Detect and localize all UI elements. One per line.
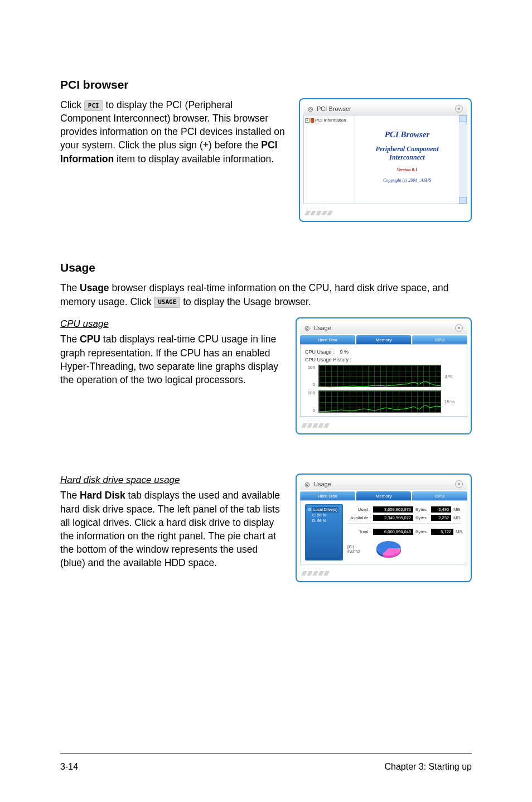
drive-d-item[interactable]: D: 99 % <box>308 518 340 524</box>
tab-cpu[interactable]: CPU <box>412 335 467 344</box>
used-bytes: 3,659,902,976 <box>373 506 413 513</box>
splash-subtitle: Peripheral Component Interconnect <box>375 145 438 162</box>
text: item to display available information. <box>114 153 274 165</box>
pci-browser-window: ◎ PCI Browser × + ▇ PCI Information <box>299 98 472 222</box>
total-mb: 5,722 <box>431 529 453 535</box>
cpu-paragraph: CPU usage The CPU tab displays real-time… <box>60 317 282 386</box>
tree-item-label[interactable]: PCI Information <box>315 118 346 123</box>
pie-label: [C:] FAT32 <box>347 544 371 554</box>
usage-tabs: Hard Disk Memory CPU <box>300 335 467 344</box>
y-axis-bottom: 0 <box>305 382 315 387</box>
window-grip <box>303 211 467 218</box>
cpu-line-2 <box>319 391 442 413</box>
drive-detail-pane: Used : 3,659,902,976 Bytes 3,490 MB Avai… <box>347 504 462 561</box>
y-axis-bottom: 0 <box>305 408 315 413</box>
tab-hard-disk[interactable]: Hard Disk <box>300 335 355 344</box>
window-title-text: PCI Browser <box>317 105 351 112</box>
y-axis-top: 100 <box>305 365 315 370</box>
close-icon[interactable]: × <box>455 480 463 488</box>
pci-button-icon: PCI <box>84 100 103 111</box>
window-title: ◎Usage <box>304 325 331 332</box>
splash-copyright: Copyright (c) 2004 , ASUS <box>383 178 431 183</box>
page-footer: 3-14 Chapter 3: Starting up <box>60 762 472 772</box>
usage-intro: The Usage browser displays real-time inf… <box>60 281 472 308</box>
used-mb: 3,490 <box>431 506 451 513</box>
mb-unit: MB <box>453 507 460 512</box>
drive-header: Local Drive(s) <box>312 507 338 513</box>
bytes-unit: Bytes <box>415 515 427 520</box>
hdd-paragraph: Hard disk drive space usage The Hard Dis… <box>60 474 282 569</box>
avail-mb: 2,232 <box>431 515 451 521</box>
cpu-chart-1 <box>318 365 441 387</box>
close-icon[interactable]: × <box>455 105 463 113</box>
window-title: ◎ PCI Browser <box>308 105 351 113</box>
cpu-bold: CPU <box>80 334 100 345</box>
splash-title: PCI Browser <box>385 130 429 139</box>
usage-tabs: Hard Disk Memory CPU <box>300 491 467 500</box>
pci-section: PCI browser Click PCI to display the PCI… <box>60 78 472 222</box>
scroll-up-icon[interactable] <box>459 115 467 122</box>
hdd-subheading: Hard disk drive space usage <box>60 474 282 486</box>
pci-tree-pane: + ▇ PCI Information <box>304 115 355 204</box>
usage-button-icon: USAGE <box>154 297 180 307</box>
usage-cpu-window: ◎Usage × Hard Disk Memory CPU CPU Usage … <box>296 317 472 434</box>
total-label: Total : <box>347 529 371 534</box>
avail-bytes: 2,340,995,072 <box>373 515 413 521</box>
pci-splash-pane: PCI Browser Peripheral Component Interco… <box>355 115 459 204</box>
tab-hard-disk[interactable]: Hard Disk <box>300 491 355 500</box>
hdd-bold: Hard Disk <box>80 490 125 501</box>
window-grip <box>300 423 467 430</box>
splash-version: Version 0.1 <box>397 167 418 172</box>
bytes-unit: Bytes <box>415 529 427 534</box>
app-icon: ◎ <box>304 325 310 332</box>
used-label: Used : <box>347 507 371 512</box>
folder-icon: ▇ <box>311 118 314 123</box>
cpu-pct-2: 15 % <box>444 399 454 404</box>
bytes-unit: Bytes <box>415 507 427 512</box>
text: Click <box>60 99 81 110</box>
cpu-chart-2 <box>318 390 441 413</box>
mb-unit: MB <box>456 529 462 534</box>
cpu-usage-label: CPU Usage : 9 % <box>305 349 462 355</box>
close-icon[interactable]: × <box>455 324 463 332</box>
y-axis-top: 100 <box>305 390 315 395</box>
cpu-subheading: CPU usage <box>60 317 282 330</box>
avail-label: Available : <box>347 515 371 520</box>
cpu-usage-value: 9 % <box>340 349 349 355</box>
cpu-history-label: CPU Usage History : <box>305 357 462 363</box>
pci-heading: PCI browser <box>60 78 472 91</box>
scrollbar[interactable] <box>459 115 467 204</box>
tree-expand-icon[interactable]: + <box>305 118 309 123</box>
cpu-line-1 <box>319 365 442 388</box>
total-bytes: 6,000,898,048 <box>373 529 413 535</box>
chapter-label: Chapter 3: Starting up <box>384 762 472 772</box>
pci-paragraph: Click PCI to display the PCI (Peripheral… <box>60 98 286 166</box>
drive-list: ⊟ Local Drive(s) C: 59 % D: 99 % <box>305 504 343 561</box>
tab-cpu[interactable]: CPU <box>412 491 467 500</box>
tab-memory[interactable]: Memory <box>356 491 412 500</box>
app-icon: ◎ <box>304 481 310 488</box>
page-number: 3-14 <box>60 762 78 772</box>
tab-memory[interactable]: Memory <box>356 335 412 344</box>
window-footer-decor: · · · · · <box>300 564 467 571</box>
usage-hdd-window: ◎Usage × Hard Disk Memory CPU ⊟ Local Dr… <box>296 474 472 582</box>
app-icon: ◎ <box>308 105 313 113</box>
mb-unit: MB <box>453 515 460 520</box>
window-footer-decor: · · · · · <box>300 417 467 423</box>
usage-section: Usage The Usage browser displays real-ti… <box>60 261 472 582</box>
window-title: ◎Usage <box>304 481 331 488</box>
drive-c-item[interactable]: C: 59 % <box>308 513 340 518</box>
usage-heading: Usage <box>60 261 472 274</box>
cpu-pct-1: 3 % <box>444 374 452 379</box>
window-footer-decor: · · · · · <box>303 204 467 211</box>
usage-bold: Usage <box>80 282 109 293</box>
scroll-down-icon[interactable] <box>459 197 467 204</box>
pie-chart <box>374 538 403 561</box>
window-grip <box>300 571 467 578</box>
